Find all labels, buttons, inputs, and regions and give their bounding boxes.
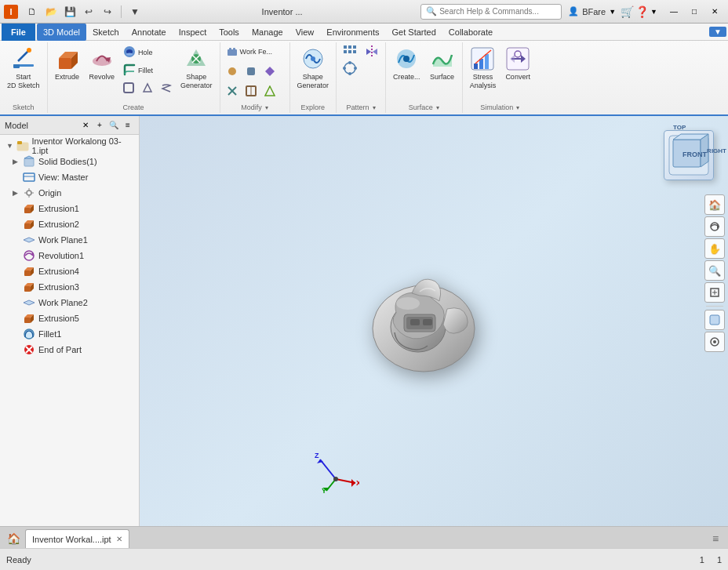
zoom-fit-button[interactable] xyxy=(704,282,725,303)
model-svg xyxy=(349,258,490,383)
menu-annotate[interactable]: Annotate xyxy=(126,24,173,41)
maximize-button[interactable]: □ xyxy=(684,3,704,20)
tree-item-fillet1[interactable]: Fillet1 xyxy=(0,326,139,342)
qa-more-button[interactable]: ▼ xyxy=(126,3,144,20)
modify-btn1[interactable] xyxy=(224,64,241,79)
stress-analysis-button[interactable]: StressAnalysis xyxy=(466,44,500,99)
nav-cube-area: TOP FRONT RIGHT xyxy=(657,124,720,187)
menu-sketch[interactable]: Sketch xyxy=(86,24,126,41)
tree-item-solid[interactable]: ▶ Solid Bodies(1) xyxy=(0,154,139,169)
orbit-button[interactable] xyxy=(704,216,725,237)
help-dropdown-icon[interactable]: ▼ xyxy=(650,8,657,16)
fillet1-icon xyxy=(22,327,36,341)
search-box[interactable]: 🔍 xyxy=(420,4,562,20)
tree-item-root[interactable]: ▼ Inventor Workalong 03-1.ipt xyxy=(0,138,139,154)
tree-item-ext3[interactable]: Extrusion3 xyxy=(0,279,139,295)
file-menu-button[interactable]: File xyxy=(2,24,35,41)
shape-generator2-button[interactable]: ShapeGenerator xyxy=(293,44,333,99)
save-button[interactable]: 💾 xyxy=(61,3,78,20)
nav-cube-face[interactable]: FRONT xyxy=(664,130,714,180)
modify-btn2[interactable] xyxy=(242,64,260,79)
ribbon-group-sketch: Start2D Sketch Sketch xyxy=(0,42,48,113)
menu-get-started[interactable]: Get Started xyxy=(386,24,442,41)
ribbon-group-sketch-content: Start2D Sketch xyxy=(3,44,44,102)
nav-cube[interactable]: TOP FRONT RIGHT xyxy=(657,124,720,187)
home-tab-button[interactable]: 🏠 xyxy=(3,529,24,548)
panel-close-button[interactable]: ✕ xyxy=(79,119,92,132)
tree-item-ext1[interactable]: Extrusion1 xyxy=(0,201,139,216)
viewport[interactable]: TOP FRONT RIGHT 🏠 xyxy=(140,116,728,526)
tree-item-view[interactable]: View: Master xyxy=(0,169,139,185)
fillet-button[interactable]: Fillet xyxy=(120,62,175,79)
svg-rect-103 xyxy=(410,319,420,325)
menu-inspect[interactable]: Inspect xyxy=(173,24,213,41)
hamburger-button[interactable]: ≡ xyxy=(706,529,725,548)
modify-btn6[interactable] xyxy=(261,83,278,99)
user-dropdown-icon[interactable]: ▼ xyxy=(609,8,616,16)
tree-item-ext2[interactable]: Extrusion2 xyxy=(0,216,139,232)
tree-item-ext4[interactable]: Extrusion4 xyxy=(0,263,139,279)
separator xyxy=(121,5,122,18)
pattern-btn2[interactable] xyxy=(340,60,360,76)
search-input[interactable] xyxy=(439,7,556,16)
start-2d-sketch-button[interactable]: Start2D Sketch xyxy=(3,44,44,99)
home-view-button[interactable]: 🏠 xyxy=(704,194,725,215)
pattern-btn1[interactable] xyxy=(340,44,360,60)
panel-menu-button[interactable]: ≡ xyxy=(122,119,134,132)
file-tab-inventor[interactable]: Inventor Workal....ipt ✕ xyxy=(25,529,129,548)
menu-3d-model[interactable]: 3D Model xyxy=(37,24,86,41)
svg-point-43 xyxy=(403,56,410,62)
hole-button[interactable]: Hole xyxy=(120,44,175,61)
menu-view[interactable]: View xyxy=(289,24,321,41)
extrude-button[interactable]: Extrude xyxy=(51,44,84,99)
panel-add-button[interactable]: + xyxy=(93,119,106,132)
open-button[interactable]: 📂 xyxy=(42,3,60,20)
modify-btn4[interactable] xyxy=(224,83,241,99)
svg-rect-53 xyxy=(17,141,22,144)
minimize-button[interactable]: — xyxy=(664,3,684,20)
surface-button[interactable]: Surface xyxy=(426,44,459,99)
close-tab-button[interactable]: ✕ xyxy=(116,535,122,543)
create-button[interactable]: Create... xyxy=(389,44,424,99)
help-icon[interactable]: ❓ xyxy=(635,5,649,18)
shell-button[interactable] xyxy=(120,80,137,96)
camera-button[interactable] xyxy=(704,332,725,352)
undo-button[interactable]: ↩ xyxy=(80,3,97,20)
pattern-mirror-btn[interactable] xyxy=(362,44,382,60)
thread-button[interactable] xyxy=(158,80,175,96)
revolve-button[interactable]: Revolve xyxy=(86,44,119,99)
modify-btn5[interactable] xyxy=(242,83,260,99)
tree-item-origin[interactable]: ▶ Origin xyxy=(0,185,139,201)
tree-item-wp1[interactable]: Work Plane1 xyxy=(0,232,139,248)
panel-title: Model xyxy=(5,121,76,130)
modify-btn3[interactable] xyxy=(261,64,278,79)
tree-item-ext4-label: Extrusion4 xyxy=(38,267,79,276)
close-button[interactable]: ✕ xyxy=(704,3,725,20)
pan-button[interactable]: ✋ xyxy=(704,238,725,259)
ribbon-display-button[interactable]: ▼ xyxy=(709,27,726,37)
new-button[interactable]: 🗋 xyxy=(24,3,41,20)
wrkfe-button[interactable]: Work Fe... xyxy=(224,44,278,60)
menu-tools[interactable]: Tools xyxy=(213,24,246,41)
menu-environments[interactable]: Environments xyxy=(320,24,385,41)
convert-button[interactable]: Convert xyxy=(501,44,534,99)
cart-icon[interactable]: 🛒 xyxy=(621,5,634,18)
panel-search-button[interactable]: 🔍 xyxy=(107,119,120,132)
menu-manage[interactable]: Manage xyxy=(246,24,289,41)
window-title: Inventor ... xyxy=(144,7,420,16)
redo-button[interactable]: ↪ xyxy=(99,3,116,20)
tree-item-endpart[interactable]: End of Part xyxy=(0,342,139,358)
draft-button[interactable] xyxy=(139,80,156,96)
tree-item-wp2[interactable]: Work Plane2 xyxy=(0,295,139,310)
ribbon-group-create-label: Create xyxy=(51,103,217,111)
user-name[interactable]: BFare xyxy=(582,7,606,16)
extrude-label: Extrude xyxy=(55,73,79,82)
zoom-button[interactable]: 🔍 xyxy=(704,260,725,281)
appearance-button[interactable] xyxy=(704,310,725,330)
menu-collaborate[interactable]: Collaborate xyxy=(442,24,499,41)
extra-icons: 🛒 ❓ ▼ xyxy=(621,5,657,18)
shape-generator-button[interactable]: ShapeGenerator xyxy=(177,44,217,99)
tree-item-rev1[interactable]: Revolution1 xyxy=(0,248,139,263)
tree-item-ext5[interactable]: Extrusion5 xyxy=(0,310,139,326)
surface-label: Surface xyxy=(430,73,454,82)
